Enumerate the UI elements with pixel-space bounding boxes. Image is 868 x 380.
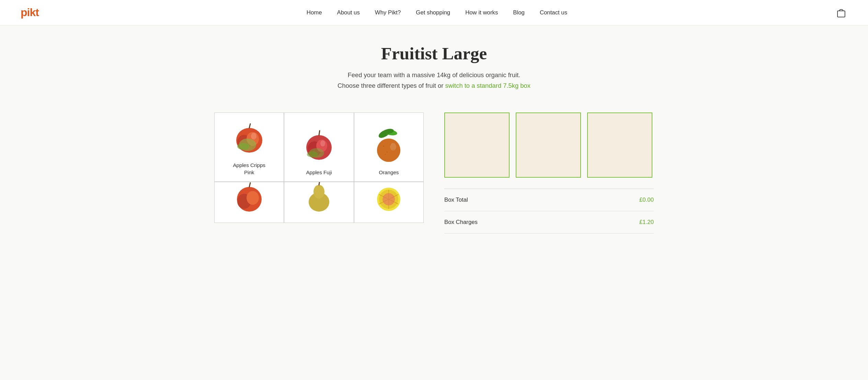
selection-slots xyxy=(444,112,654,178)
box-total-value: £0.00 xyxy=(639,197,654,203)
fruit-name-apples-fuji: Apples Fuji xyxy=(306,169,332,176)
nav-contact[interactable]: Contact us xyxy=(540,9,567,16)
main-nav: Home About us Why Pikt? Get shopping How… xyxy=(307,9,567,16)
nav-why[interactable]: Why Pikt? xyxy=(375,9,401,16)
hero-desc2: Choose three different types of fruit or… xyxy=(7,80,861,91)
svg-line-29 xyxy=(249,183,250,187)
fruit-image-grapefruit xyxy=(370,182,408,212)
nav-home[interactable]: Home xyxy=(307,9,322,16)
total-row-charges: Box Charges £1.20 xyxy=(444,211,654,234)
fruit-card-pear[interactable] xyxy=(284,182,354,223)
hero-section: Fruitist Large Feed your team with a mas… xyxy=(0,25,868,102)
fruit-image-apples-cripps xyxy=(230,119,268,157)
logo[interactable]: pikt xyxy=(21,6,39,19)
box-charges-label: Box Charges xyxy=(444,219,478,226)
nav-about[interactable]: About us xyxy=(337,9,360,16)
logo-text: ikt xyxy=(27,6,39,19)
box-total-label: Box Total xyxy=(444,197,468,203)
switch-link[interactable]: switch to a standard 7.5kg box xyxy=(445,82,530,89)
svg-point-25 xyxy=(390,143,396,151)
selection-slot-2[interactable] xyxy=(516,112,581,178)
selection-slot-1[interactable] xyxy=(444,112,510,178)
logo-dot: p xyxy=(21,6,27,19)
header: pikt Home About us Why Pikt? Get shoppin… xyxy=(0,0,868,25)
fruit-image-apples-fuji xyxy=(300,126,338,164)
totals: Box Total £0.00 Box Charges £1.20 xyxy=(444,189,654,234)
cart-icon[interactable] xyxy=(835,7,847,19)
svg-rect-0 xyxy=(837,11,845,17)
svg-point-12 xyxy=(307,151,318,157)
fruit-card-apples-cripps[interactable]: Apples CrippsPink xyxy=(214,112,284,182)
svg-line-6 xyxy=(249,124,250,128)
svg-point-19 xyxy=(377,139,400,162)
fruit-card-apples-fuji[interactable]: Apples Fuji xyxy=(284,112,354,182)
fruit-image-oranges xyxy=(370,126,408,164)
box-charges-value: £1.20 xyxy=(639,219,654,226)
svg-point-38 xyxy=(382,193,395,205)
nav-blog[interactable]: Blog xyxy=(513,9,525,16)
fruit-image-pear xyxy=(300,182,338,212)
nav-shopping[interactable]: Get shopping xyxy=(416,9,450,16)
fruit-card-apple-red[interactable] xyxy=(214,182,284,223)
fruit-name-oranges: Oranges xyxy=(379,169,399,176)
fruit-section: Apples CrippsPink Apples Fuji xyxy=(214,112,424,234)
svg-point-31 xyxy=(313,185,324,199)
svg-point-7 xyxy=(251,133,256,140)
page-title: Fruitist Large xyxy=(7,43,861,63)
selection-slot-3[interactable] xyxy=(587,112,652,178)
svg-line-32 xyxy=(319,182,320,185)
hero-desc2-text: Choose three different types of fruit or xyxy=(338,82,443,89)
svg-point-20 xyxy=(383,145,384,147)
svg-point-22 xyxy=(386,151,388,153)
selection-section: Box Total £0.00 Box Charges £1.20 xyxy=(444,112,654,234)
main-content: Apples CrippsPink Apples Fuji xyxy=(194,102,674,247)
svg-point-24 xyxy=(385,154,386,155)
total-row-box: Box Total £0.00 xyxy=(444,189,654,211)
fruit-card-grapefruit[interactable] xyxy=(354,182,424,223)
nav-how[interactable]: How it works xyxy=(465,9,498,16)
fruit-name-apples-cripps: Apples CrippsPink xyxy=(233,162,265,176)
fruit-image-apple-red xyxy=(230,182,268,212)
fruit-grid: Apples CrippsPink Apples Fuji xyxy=(214,112,424,223)
svg-point-14 xyxy=(320,140,325,146)
fruit-card-oranges[interactable]: Oranges xyxy=(354,112,424,182)
svg-point-28 xyxy=(247,191,259,205)
svg-point-5 xyxy=(237,143,250,150)
svg-line-13 xyxy=(319,131,320,135)
hero-desc1: Feed your team with a massive 14kg of de… xyxy=(7,70,861,80)
